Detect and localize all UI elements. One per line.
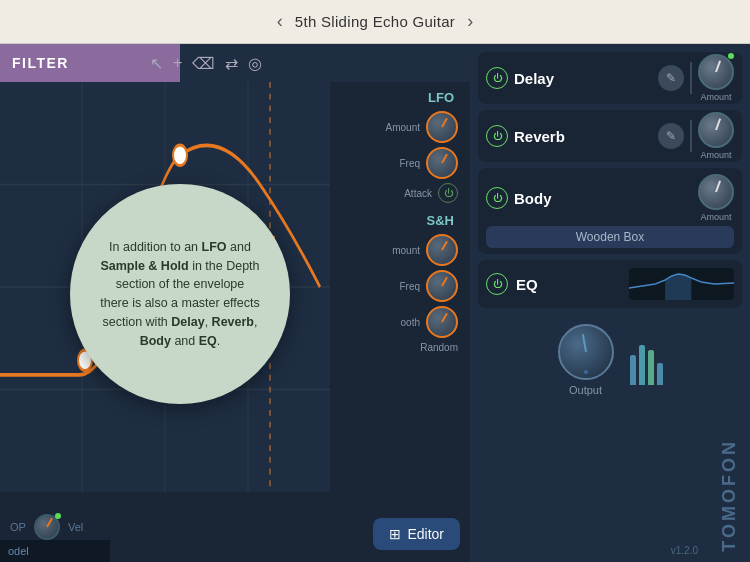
tooltip-text: In addition to an LFO and Sample & Hold …: [100, 238, 260, 351]
cursor-tool[interactable]: ↖: [150, 54, 163, 73]
toolbar: ↖ + ⌫ ⇄ ◎: [130, 44, 262, 82]
version-text: v1.2.0: [671, 545, 698, 556]
output-knob[interactable]: [558, 324, 614, 380]
next-track-button[interactable]: ›: [467, 11, 473, 32]
sh-smooth-row: ooth: [336, 306, 464, 338]
lfo-section-label: LFO: [336, 90, 464, 105]
sh-freq-label: Freq: [399, 281, 420, 292]
body-amount-wrap: Amount: [698, 174, 734, 222]
reverb-power-button[interactable]: ⏻: [486, 125, 508, 147]
top-bar: ‹ 5th Sliding Echo Guitar ›: [0, 0, 750, 44]
left-panel: FILTER ↖ + ⌫ ⇄ ◎: [0, 44, 470, 562]
reverb-name: Reverb: [514, 128, 652, 145]
prev-track-button[interactable]: ‹: [277, 11, 283, 32]
sh-section-label: S&H: [336, 213, 464, 228]
sh-random-row: Random: [336, 342, 464, 353]
reverb-row: ⏻ Reverb ✎ Amount: [478, 110, 742, 162]
svg-marker-10: [665, 274, 691, 300]
swap-tool[interactable]: ⇄: [225, 54, 238, 73]
editor-button[interactable]: ⊞ Editor: [373, 518, 460, 550]
delay-power-button[interactable]: ⏻: [486, 67, 508, 89]
lfo-panel: LFO Amount Freq Attack ⏻ S&H mount Freq: [330, 82, 470, 562]
vel-label: Vel: [68, 521, 83, 533]
delay-amount-wrap: Amount: [698, 54, 734, 102]
body-amount-label: Amount: [700, 212, 731, 222]
svg-point-7: [173, 145, 187, 166]
vel-knob[interactable]: [34, 514, 60, 540]
model-label: odel: [8, 545, 29, 557]
right-panel: ⏻ Delay ✎ Amount ⏻ Reverb ✎ Amount: [470, 44, 750, 562]
sh-freq-row: Freq: [336, 270, 464, 302]
lfo-attack-power[interactable]: ⏻: [438, 183, 458, 203]
meter-bar-2: [639, 345, 645, 385]
sh-smooth-label: ooth: [401, 317, 420, 328]
delay-amount-knob[interactable]: [698, 54, 734, 90]
reverb-divider: [690, 120, 692, 152]
output-section: Output: [478, 318, 742, 402]
body-amount-knob[interactable]: [698, 174, 734, 210]
body-row: ⏻ Body Amount Wooden Box: [478, 168, 742, 254]
output-knob-wrap: Output: [558, 324, 614, 396]
sh-amount-knob[interactable]: [426, 234, 458, 266]
filter-title: FILTER: [12, 55, 69, 71]
sh-smooth-knob[interactable]: [426, 306, 458, 338]
lfo-amount-label: Amount: [386, 122, 420, 133]
brand-text: TOMOFON: [719, 439, 740, 552]
lfo-freq-row: Freq: [336, 147, 464, 179]
reverb-amount-label: Amount: [700, 150, 731, 160]
sh-freq-knob[interactable]: [426, 270, 458, 302]
tooltip-bubble: In addition to an LFO and Sample & Hold …: [70, 184, 290, 404]
editor-label: Editor: [407, 526, 444, 542]
model-section: odel: [0, 540, 110, 562]
sh-amount-label: mount: [392, 245, 420, 256]
lfo-amount-knob[interactable]: [426, 111, 458, 143]
eq-display[interactable]: [629, 268, 734, 300]
reverb-amount-knob[interactable]: [698, 112, 734, 148]
body-preset[interactable]: Wooden Box: [486, 226, 734, 248]
editor-icon: ⊞: [389, 526, 401, 542]
meter-bar-1: [630, 355, 636, 385]
eq-row: ⏻ EQ: [478, 260, 742, 308]
meter-bar-4: [657, 363, 663, 385]
delay-edit-button[interactable]: ✎: [658, 65, 684, 91]
reverb-amount-wrap: Amount: [698, 112, 734, 160]
lfo-attack-label: Attack: [404, 188, 432, 199]
eq-power-button[interactable]: ⏻: [486, 273, 508, 295]
delay-name: Delay: [514, 70, 652, 87]
target-tool[interactable]: ◎: [248, 54, 262, 73]
delay-row: ⏻ Delay ✎ Amount: [478, 52, 742, 104]
op-label: OP: [10, 521, 26, 533]
add-point-tool[interactable]: +: [173, 54, 182, 72]
lfo-freq-knob[interactable]: [426, 147, 458, 179]
eq-name: EQ: [516, 276, 621, 293]
lfo-freq-label: Freq: [399, 158, 420, 169]
main-container: FILTER ↖ + ⌫ ⇄ ◎: [0, 44, 750, 562]
delay-divider: [690, 62, 692, 94]
sh-amount-row: mount: [336, 234, 464, 266]
sh-random-label: Random: [420, 342, 458, 353]
output-label: Output: [569, 384, 602, 396]
body-name: Body: [514, 190, 600, 207]
lfo-attack-row: Attack ⏻: [336, 183, 464, 203]
top-bar-nav: ‹ 5th Sliding Echo Guitar ›: [277, 11, 473, 32]
delay-amount-label: Amount: [700, 92, 731, 102]
track-title: 5th Sliding Echo Guitar: [295, 13, 455, 30]
meter-bar-3: [648, 350, 654, 385]
delete-tool[interactable]: ⌫: [192, 54, 215, 73]
reverb-edit-button[interactable]: ✎: [658, 123, 684, 149]
lfo-amount-row: Amount: [336, 111, 464, 143]
body-power-button[interactable]: ⏻: [486, 187, 508, 209]
level-meters: [630, 335, 663, 385]
